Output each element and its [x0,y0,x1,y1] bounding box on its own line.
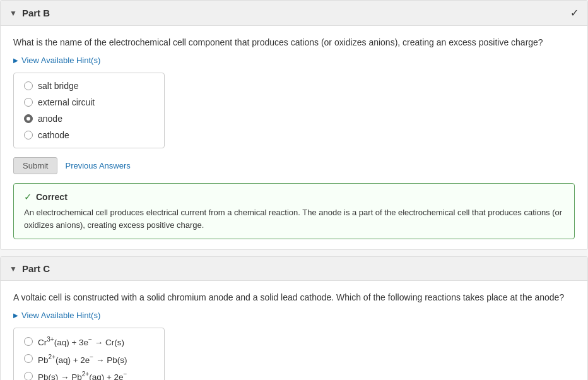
part-c-header[interactable]: ▼ Part C [1,257,587,281]
part-c-question: A voltaic cell is constructed with a sol… [13,291,575,304]
part-b-feedback: ✓ Correct An electrochemical cell produc… [13,183,575,239]
choice-cr-reduction[interactable]: Cr3+(aq) + 3e− → Cr(s) [24,336,154,347]
radio-cathode[interactable] [24,131,33,140]
part-b-check-icon: ✓ [570,7,579,19]
choice-salt-bridge[interactable]: salt bridge [24,81,154,91]
part-c-title: Part C [22,263,50,274]
part-b-previous-answers-link[interactable]: Previous Answers [65,161,130,170]
feedback-text: An electrochemical cell produces electri… [24,206,564,231]
choice-pb-oxidation-label: Pb(s) → Pb2+(aq) + 2e− [38,371,127,380]
choice-cr-reduction-label: Cr3+(aq) + 3e− → Cr(s) [38,336,124,347]
part-c-header-left: ▼ Part C [9,263,50,274]
part-b-feedback-header: ✓ Correct [24,191,564,203]
part-b-body: What is the name of the electrochemical … [1,26,587,249]
part-b-chevron-icon: ▼ [9,9,17,18]
part-b-hint-arrow-icon: ▶ [13,57,18,64]
part-b-section: ▼ Part B ✓ What is the name of the elect… [0,0,588,250]
part-b-title: Part B [22,8,50,18]
choice-cathode-label: cathode [38,130,69,140]
part-c-hint-link[interactable]: ▶ View Available Hint(s) [13,311,575,320]
choice-pb-oxidation[interactable]: Pb(s) → Pb2+(aq) + 2e− [24,371,154,380]
part-b-header-left: ▼ Part B [9,8,50,18]
feedback-check-icon: ✓ [24,191,32,203]
radio-pb-oxidation[interactable] [24,372,33,380]
feedback-status: Correct [36,192,68,202]
radio-salt-bridge[interactable] [24,81,33,90]
part-b-question: What is the name of the electrochemical … [13,36,575,49]
choice-cathode[interactable]: cathode [24,130,154,140]
choice-external-circuit[interactable]: external circuit [24,97,154,107]
choice-pb-reduction[interactable]: Pb2+(aq) + 2e− → Pb(s) [24,353,154,365]
part-c-choices-box: Cr3+(aq) + 3e− → Cr(s) Pb2+(aq) + 2e− → … [13,328,165,380]
part-b-hint-link[interactable]: ▶ View Available Hint(s) [13,56,575,65]
page-container: ▼ Part B ✓ What is the name of the elect… [0,0,588,380]
choice-pb-reduction-label: Pb2+(aq) + 2e− → Pb(s) [38,353,127,365]
choice-anode[interactable]: anode [24,114,154,124]
choice-anode-label: anode [38,114,62,124]
radio-cr-reduction[interactable] [24,337,33,346]
radio-pb-reduction[interactable] [24,354,33,363]
choice-salt-bridge-label: salt bridge [38,81,79,91]
part-c-hint-arrow-icon: ▶ [13,312,18,319]
part-c-body: A voltaic cell is constructed with a sol… [1,281,587,380]
part-b-choices-box: salt bridge external circuit anode catho… [13,73,165,148]
part-c-section: ▼ Part C A voltaic cell is constructed w… [0,256,588,380]
part-b-buttons-row: Submit Previous Answers [13,157,575,174]
choice-external-circuit-label: external circuit [38,97,95,107]
part-c-hint-label: View Available Hint(s) [21,311,100,320]
part-b-header[interactable]: ▼ Part B ✓ [1,1,587,26]
part-b-hint-label: View Available Hint(s) [21,56,100,65]
radio-anode[interactable] [24,114,33,123]
part-b-submit-button[interactable]: Submit [13,157,57,174]
part-c-chevron-icon: ▼ [9,264,17,273]
radio-external-circuit[interactable] [24,98,33,107]
